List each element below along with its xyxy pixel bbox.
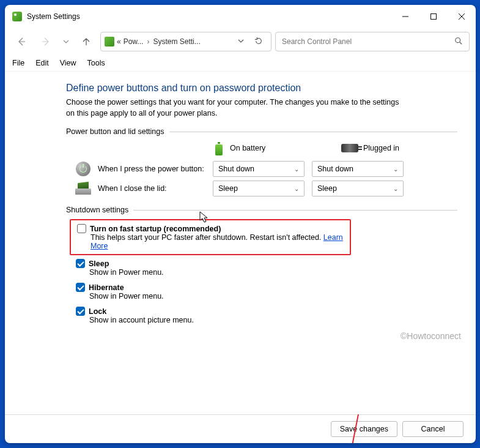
lock-label: Lock bbox=[89, 307, 106, 316]
chevron-down-icon: ⌄ bbox=[393, 166, 398, 173]
row-lid-label: When I close the lid: bbox=[98, 184, 213, 193]
titlebar: System Settings bbox=[5, 5, 476, 28]
select-power-plugged[interactable]: Shut down⌄ bbox=[312, 161, 404, 177]
select-value: Sleep bbox=[317, 184, 337, 193]
maximize-button[interactable] bbox=[419, 5, 448, 28]
select-value: Shut down bbox=[218, 165, 254, 173]
lid-icon bbox=[75, 180, 92, 197]
breadcrumb-item[interactable]: System Setti... bbox=[153, 37, 200, 46]
app-icon bbox=[12, 12, 22, 21]
battery-icon bbox=[213, 141, 225, 155]
plug-icon bbox=[341, 144, 358, 152]
checkbox-fast-startup[interactable] bbox=[77, 224, 86, 233]
system-settings-window: System Settings « P bbox=[5, 5, 476, 443]
lock-desc: Show in account picture menu. bbox=[89, 316, 457, 324]
menubar: File Edit View Tools bbox=[5, 55, 476, 72]
menu-file[interactable]: File bbox=[12, 59, 24, 67]
breadcrumb-prefix: « bbox=[117, 37, 121, 46]
column-on-battery: On battery bbox=[213, 141, 305, 155]
select-value: Sleep bbox=[218, 184, 238, 193]
navigation-row: « Pow... › System Setti... Search Contro… bbox=[5, 28, 476, 55]
section-label-text: Shutdown settings bbox=[66, 206, 128, 214]
sleep-label: Sleep bbox=[89, 259, 109, 268]
select-lid-battery[interactable]: Sleep⌄ bbox=[213, 181, 305, 196]
column-plugged-in: Plugged in bbox=[341, 144, 399, 152]
svg-line-7 bbox=[460, 42, 462, 44]
search-placeholder: Search Control Panel bbox=[282, 37, 352, 46]
search-input[interactable]: Search Control Panel bbox=[275, 32, 470, 51]
menu-edit[interactable]: Edit bbox=[35, 59, 49, 67]
svg-rect-1 bbox=[431, 14, 437, 20]
content-pane: Define power buttons and turn on passwor… bbox=[5, 72, 476, 414]
section-label-text: Power button and lid settings bbox=[66, 127, 164, 136]
refresh-button[interactable] bbox=[250, 37, 267, 47]
fast-startup-label: Turn on fast startup (recommended) bbox=[90, 225, 221, 233]
breadcrumb-separator: › bbox=[146, 37, 150, 46]
row-power-button: When I press the power button: Shut down… bbox=[75, 160, 457, 177]
minimize-button[interactable] bbox=[391, 5, 419, 28]
sleep-desc: Show in Power menu. bbox=[89, 268, 457, 277]
checkbox-hibernate[interactable] bbox=[76, 283, 85, 292]
section-power-button-lid: Power button and lid settings bbox=[66, 127, 457, 136]
chevron-down-icon: ⌄ bbox=[294, 185, 299, 192]
save-changes-button[interactable]: Save changes bbox=[331, 421, 397, 437]
annotation-highlight: Turn on fast startup (recommended) This … bbox=[70, 219, 351, 255]
option-hibernate: Hibernate Show in Power menu. bbox=[76, 283, 457, 301]
chevron-down-icon: ⌄ bbox=[393, 185, 398, 192]
row-power-label: When I press the power button: bbox=[98, 165, 213, 173]
watermark: ©Howtoconnect bbox=[401, 331, 461, 341]
option-lock: Lock Show in account picture menu. bbox=[76, 307, 457, 324]
col-plugged-label: Plugged in bbox=[363, 144, 399, 152]
page-description: Choose the power settings that you want … bbox=[66, 97, 408, 119]
folder-icon bbox=[105, 37, 114, 47]
forward-button[interactable] bbox=[35, 32, 56, 51]
select-value: Shut down bbox=[317, 165, 353, 173]
address-bar[interactable]: « Pow... › System Setti... bbox=[100, 32, 271, 51]
select-lid-plugged[interactable]: Sleep⌄ bbox=[312, 181, 404, 196]
row-close-lid: When I close the lid: Sleep⌄ Sleep⌄ bbox=[75, 180, 457, 197]
hibernate-desc: Show in Power menu. bbox=[89, 292, 457, 301]
fast-startup-desc: This helps start your PC faster after sh… bbox=[90, 233, 344, 250]
menu-tools[interactable]: Tools bbox=[87, 59, 105, 67]
page-heading: Define power buttons and turn on passwor… bbox=[66, 83, 457, 94]
checkbox-sleep[interactable] bbox=[76, 259, 85, 268]
divider bbox=[169, 132, 457, 132]
checkbox-lock[interactable] bbox=[76, 307, 85, 316]
back-button[interactable] bbox=[11, 32, 32, 51]
select-power-battery[interactable]: Shut down⌄ bbox=[213, 161, 305, 177]
hibernate-label: Hibernate bbox=[89, 283, 124, 292]
search-icon bbox=[454, 37, 463, 47]
window-title: System Settings bbox=[27, 12, 80, 21]
up-button[interactable] bbox=[76, 32, 97, 51]
menu-view[interactable]: View bbox=[60, 59, 76, 67]
breadcrumb-item[interactable]: Pow... bbox=[124, 37, 144, 46]
chevron-down-icon[interactable] bbox=[238, 37, 244, 46]
fast-startup-desc-text: This helps start your PC faster after sh… bbox=[90, 233, 323, 242]
svg-point-6 bbox=[456, 37, 460, 42]
cancel-button[interactable]: Cancel bbox=[402, 421, 463, 437]
col-battery-label: On battery bbox=[230, 144, 265, 152]
option-sleep: Sleep Show in Power menu. bbox=[76, 259, 457, 277]
section-shutdown: Shutdown settings bbox=[66, 206, 457, 214]
window-controls bbox=[391, 5, 476, 28]
recent-dropdown[interactable] bbox=[60, 32, 72, 51]
close-button[interactable] bbox=[448, 5, 476, 28]
shutdown-options-list: Sleep Show in Power menu. Hibernate Show… bbox=[76, 259, 457, 324]
chevron-down-icon: ⌄ bbox=[294, 166, 299, 173]
power-button-icon bbox=[75, 160, 92, 177]
divider bbox=[133, 210, 457, 211]
footer: Save changes Cancel bbox=[5, 414, 476, 443]
column-headers: On battery Plugged in bbox=[213, 141, 457, 155]
